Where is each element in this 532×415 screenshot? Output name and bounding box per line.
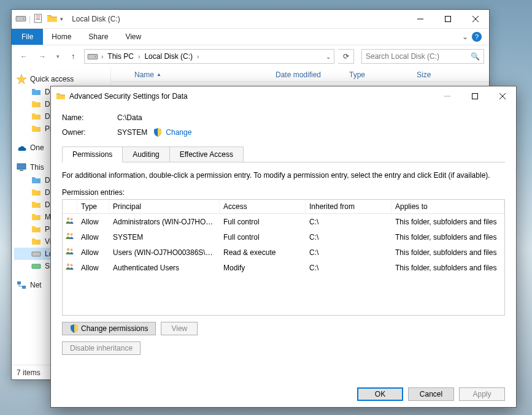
column-size[interactable]: Size <box>412 70 436 79</box>
name-value: C:\Data <box>117 113 142 122</box>
file-tab[interactable]: File <box>12 29 43 45</box>
sidebar-quick-access[interactable]: Quick access <box>14 72 108 86</box>
svg-point-26 <box>67 248 69 251</box>
permission-row[interactable]: AllowSYSTEMFull controlC:\This folder, s… <box>63 229 504 245</box>
help-icon[interactable]: ? <box>472 32 482 42</box>
shield-icon <box>70 324 79 333</box>
minimize-button[interactable] <box>406 10 434 28</box>
chevron-right-icon[interactable]: › <box>195 53 201 60</box>
tab-effective-access[interactable]: Effective Access <box>169 147 244 162</box>
explorer-titlebar[interactable]: | ▾ Local Disk (C:) <box>12 10 489 28</box>
column-access[interactable]: Access <box>220 200 306 213</box>
share-tab[interactable]: Share <box>80 29 117 45</box>
entry-inherited: C:\ <box>306 247 391 258</box>
column-principal[interactable]: Principal <box>109 200 220 213</box>
permission-table: Type Principal Access Inherited from App… <box>62 199 505 316</box>
chevron-right-icon[interactable]: › <box>99 53 105 60</box>
column-applies[interactable]: Applies to <box>391 200 504 213</box>
music-icon <box>31 212 41 222</box>
properties-icon[interactable] <box>33 13 44 26</box>
column-date[interactable]: Date modified <box>271 70 344 79</box>
entry-applies: This folder, subfolders and files <box>391 216 504 227</box>
tab-auditing[interactable]: Auditing <box>122 147 169 162</box>
address-bar[interactable]: › This PC › Local Disk (C:) › ⌄ <box>84 49 334 64</box>
close-icon <box>499 93 506 99</box>
minimize-icon <box>417 16 423 22</box>
folder-icon <box>31 124 41 134</box>
minimize-icon <box>444 93 450 99</box>
maximize-icon <box>472 93 478 99</box>
chevron-right-icon[interactable]: › <box>136 53 142 60</box>
ok-button[interactable]: OK <box>357 387 403 401</box>
svg-rect-15 <box>32 264 40 268</box>
forward-button[interactable]: → <box>35 49 50 64</box>
breadcrumb-this-pc[interactable]: This PC <box>105 52 136 61</box>
svg-point-27 <box>71 249 73 251</box>
svg-point-24 <box>67 233 69 235</box>
change-owner-link[interactable]: Change <box>166 128 191 137</box>
qat-dropdown-icon[interactable]: ▾ <box>60 16 63 22</box>
computer-icon <box>17 162 26 172</box>
svg-point-11 <box>94 56 96 57</box>
svg-rect-16 <box>17 281 21 284</box>
column-inherited[interactable]: Inherited from <box>306 200 391 213</box>
folder-icon <box>31 188 41 197</box>
permission-row[interactable]: AllowUsers (WIN-OJ7HO00386S\Us...Read & … <box>63 245 504 260</box>
svg-point-25 <box>71 234 73 236</box>
entry-principal: Authenticated Users <box>109 262 220 273</box>
videos-icon <box>31 237 41 246</box>
drive-icon <box>15 13 26 26</box>
entry-access: Full control <box>220 232 306 243</box>
svg-point-1 <box>23 18 24 19</box>
maximize-button[interactable] <box>461 87 488 105</box>
maximize-button[interactable] <box>434 10 461 28</box>
item-count: 7 items <box>17 368 40 377</box>
entry-type: Allow <box>77 216 109 227</box>
history-dropdown-icon[interactable]: ⌄ <box>324 53 333 60</box>
tab-strip: Permissions Auditing Effective Access <box>62 147 505 162</box>
permission-row[interactable]: AllowAdministrators (WIN-OJ7HO0...Full c… <box>63 214 504 229</box>
column-type[interactable]: Type <box>77 200 109 213</box>
recent-dropdown[interactable]: ▾ <box>53 49 62 64</box>
entry-access: Read & execute <box>220 247 306 258</box>
security-dialog: Advanced Security Settings for Data Name… <box>50 86 517 408</box>
column-name[interactable]: Name▲ <box>129 70 271 79</box>
maximize-icon <box>445 16 451 22</box>
svg-rect-12 <box>17 164 26 169</box>
entry-applies: This folder, subfolders and files <box>391 247 504 258</box>
owner-value: SYSTEM <box>117 128 147 137</box>
ribbon: File Home Share View ⌄ ? <box>12 28 489 45</box>
new-folder-icon[interactable] <box>47 13 58 26</box>
entry-principal: Administrators (WIN-OJ7HO0... <box>109 216 220 227</box>
column-icon[interactable] <box>63 200 77 213</box>
up-button[interactable]: ↑ <box>66 49 80 64</box>
search-icon: 🔍 <box>471 52 480 61</box>
cancel-button[interactable]: Cancel <box>408 387 454 401</box>
view-tab[interactable]: View <box>117 29 150 45</box>
breadcrumb-local-disk[interactable]: Local Disk (C:) <box>142 52 195 61</box>
drive-icon <box>31 249 41 259</box>
back-button[interactable]: ← <box>17 49 31 64</box>
dialog-titlebar[interactable]: Advanced Security Settings for Data <box>51 86 516 106</box>
entry-inherited: C:\ <box>306 216 391 227</box>
ribbon-expand-icon[interactable]: ⌄ <box>462 32 468 41</box>
close-button[interactable] <box>461 10 489 28</box>
close-button[interactable] <box>488 87 516 105</box>
refresh-button[interactable]: ⟳ <box>338 49 354 64</box>
users-icon <box>63 230 77 244</box>
change-permissions-button[interactable]: Change permissions <box>62 322 156 335</box>
search-input[interactable]: Search Local Disk (C:) 🔍 <box>361 49 484 64</box>
sort-asc-icon: ▲ <box>156 72 161 77</box>
owner-label: Owner: <box>62 128 117 137</box>
view-button: View <box>161 322 198 335</box>
permission-row[interactable]: AllowAuthenticated UsersModifyC:\This fo… <box>63 260 504 275</box>
entry-inherited: C:\ <box>306 262 391 273</box>
svg-rect-14 <box>32 252 40 256</box>
svg-point-29 <box>71 264 73 267</box>
quick-access-toolbar: | ▾ <box>12 13 67 26</box>
window-title: Local Disk (C:) <box>72 15 120 23</box>
column-type[interactable]: Type <box>344 70 412 79</box>
tab-permissions[interactable]: Permissions <box>62 147 123 162</box>
home-tab[interactable]: Home <box>43 29 80 45</box>
folder-icon <box>31 112 41 121</box>
